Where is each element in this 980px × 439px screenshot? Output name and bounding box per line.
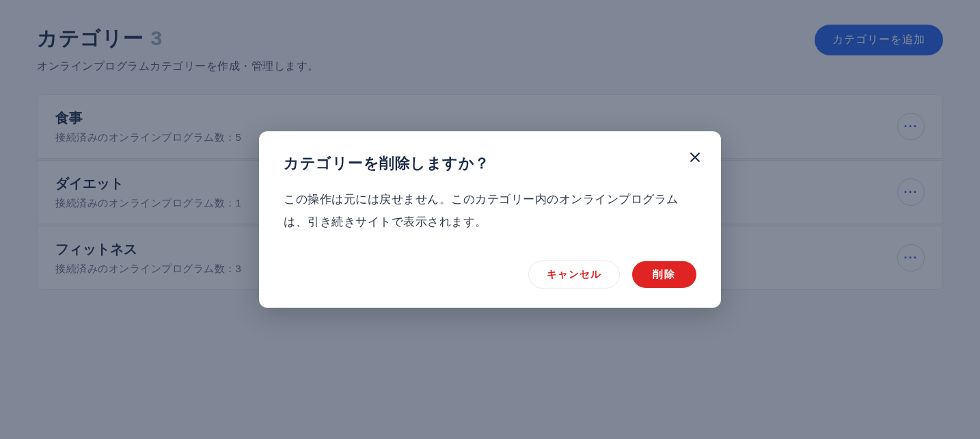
modal-overlay[interactable]: カテゴリーを削除しますか？ この操作は元には戻せません。このカテゴリー内のオンラ… [0, 0, 980, 439]
cancel-button[interactable]: キャンセル [528, 261, 620, 289]
close-icon [688, 150, 702, 164]
close-button[interactable] [685, 148, 705, 167]
delete-button[interactable]: 削除 [632, 261, 696, 288]
delete-category-modal: カテゴリーを削除しますか？ この操作は元には戻せません。このカテゴリー内のオンラ… [259, 131, 721, 308]
modal-body: この操作は元には戻せません。このカテゴリー内のオンラインプログラムは、引き続きサ… [284, 189, 696, 233]
modal-title: カテゴリーを削除しますか？ [284, 153, 696, 174]
modal-actions: キャンセル 削除 [284, 261, 696, 289]
